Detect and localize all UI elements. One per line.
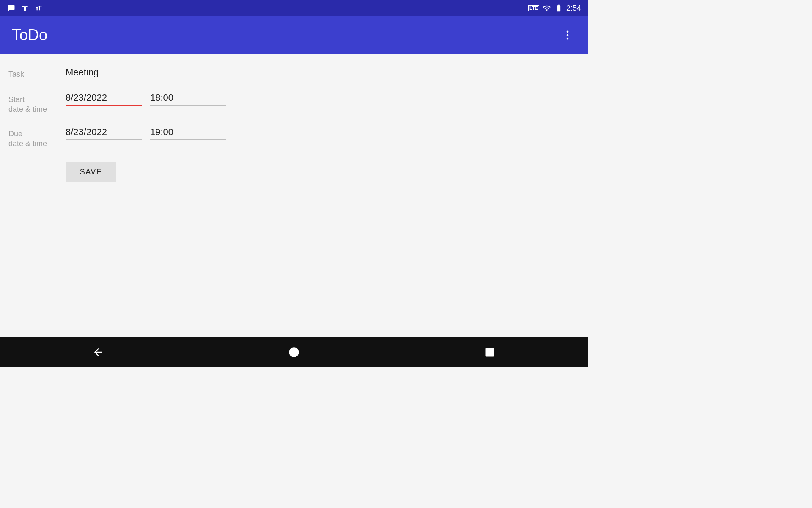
overflow-menu-button[interactable]: [559, 27, 576, 44]
start-date-underline: [66, 105, 142, 106]
svg-point-2: [567, 38, 569, 40]
due-datetime-row: Due date & time 8/23/2022 19:00: [8, 127, 579, 149]
due-label: Due date & time: [8, 127, 66, 149]
app-bar: ToDo: [0, 16, 588, 54]
start-label: Start date & time: [8, 92, 66, 115]
due-field-group: 8/23/2022 19:00: [66, 127, 226, 140]
due-date-underline: [66, 139, 142, 140]
svg-point-1: [567, 34, 569, 36]
start-field-group: 8/23/2022 18:00: [66, 92, 226, 106]
svg-rect-4: [486, 348, 494, 356]
start-date-value: 8/23/2022: [66, 92, 142, 105]
start-time-underline: [150, 105, 226, 106]
vpn-icon: [20, 3, 30, 13]
svg-point-3: [289, 348, 298, 357]
due-time-underline: [150, 139, 226, 140]
task-underline: [66, 80, 184, 80]
due-date-field[interactable]: 8/23/2022: [66, 127, 142, 140]
task-field[interactable]: Meeting: [66, 67, 184, 80]
font-icon: [34, 3, 43, 13]
save-button[interactable]: SAVE: [66, 162, 116, 182]
status-bar-left: [7, 3, 43, 13]
lte-badge: LTE: [528, 5, 539, 11]
recents-button[interactable]: [477, 340, 502, 365]
start-time-field[interactable]: 18:00: [150, 92, 226, 106]
nav-bar: [0, 337, 588, 367]
task-label: Task: [8, 67, 66, 79]
save-button-row: SAVE: [8, 162, 579, 182]
due-time-value: 19:00: [150, 127, 226, 139]
home-button[interactable]: [281, 340, 307, 365]
time-display: 2:54: [566, 4, 581, 13]
notification-icon: [7, 3, 16, 13]
app-title: ToDo: [12, 26, 47, 44]
due-date-value: 8/23/2022: [66, 127, 142, 139]
task-value: Meeting: [66, 67, 184, 80]
start-datetime-row: Start date & time 8/23/2022 18:00: [8, 92, 579, 115]
svg-point-0: [567, 31, 569, 33]
task-row: Task Meeting: [8, 67, 579, 80]
form-content: Task Meeting Start date & time 8/23/2022…: [0, 54, 588, 337]
start-date-field[interactable]: 8/23/2022: [66, 92, 142, 106]
status-bar: LTE 2:54: [0, 0, 588, 16]
due-time-field[interactable]: 19:00: [150, 127, 226, 140]
start-time-value: 18:00: [150, 92, 226, 105]
back-button[interactable]: [85, 340, 111, 365]
status-bar-right: LTE 2:54: [528, 4, 581, 13]
